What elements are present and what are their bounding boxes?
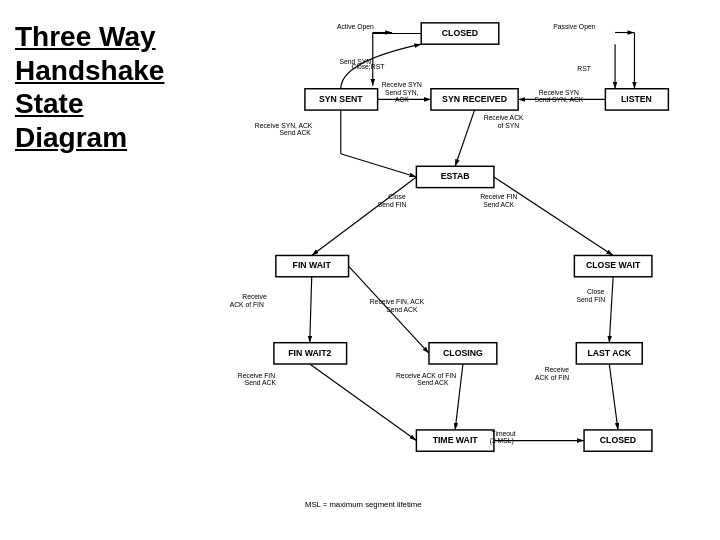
last-ack-to-closed — [609, 364, 618, 430]
diagram-title: Three Way Handshake State Diagram — [15, 20, 164, 154]
ack-of-fin-la-label: ACK of FIN — [535, 374, 569, 381]
receive-ack-fin-label: Receive — [242, 293, 267, 300]
receive-fin-ack-label: Receive FIN, ACK — [370, 298, 425, 305]
passive-open-label: Passive Open — [553, 23, 595, 31]
estab-label: ESTAB — [441, 171, 470, 181]
timeout-label: Timeout — [492, 430, 516, 437]
syn-received-label: SYN RECEIVED — [442, 94, 507, 104]
receive-ack-syn-label: Receive ACK — [484, 114, 524, 121]
send-ack-fw2-label: Send ACK — [245, 379, 277, 386]
title-line4: Diagram — [15, 122, 127, 153]
receive-syn-ack-label: Receive SYN, ACK — [255, 122, 313, 129]
send-ack-closing-label: Send ACK — [417, 379, 449, 386]
send-syn-ack-label-1: Send SYN, — [385, 89, 419, 96]
closing-label: CLOSING — [443, 348, 483, 358]
closed-top-label: CLOSED — [442, 28, 478, 38]
receive-ack-fin-la-label: Receive — [545, 366, 570, 373]
send-ack-syn-label: Send ACK — [280, 129, 312, 136]
rst-label: RST — [577, 65, 591, 72]
of-syn-label: of SYN — [498, 122, 520, 129]
fin-wait2-label: FIN WAIT2 — [288, 348, 331, 358]
estab-to-fin-wait — [312, 177, 417, 256]
closed-bottom-label: CLOSED — [600, 435, 636, 445]
title-line3: State — [15, 88, 83, 119]
close-wait-to-last-ack — [609, 277, 613, 343]
syn-sent-to-estab — [341, 154, 417, 177]
syn-received-to-estab — [455, 110, 474, 166]
receive-fin-send-ack-label: Receive FIN — [480, 193, 517, 200]
title-panel: Three Way Handshake State Diagram — [0, 0, 200, 540]
receive-fin-send-ack-fw2-label: Receive FIN — [238, 372, 275, 379]
close-wait-label: CLOSE WAIT — [586, 260, 641, 270]
receive-syn-listen-label: Receive SYN — [539, 89, 579, 96]
title-line2: Handshake — [15, 55, 164, 86]
active-open-label: Active Open — [337, 23, 374, 31]
send-fin-cw-label: Send FIN — [577, 296, 606, 303]
last-ack-label: LAST ACK — [587, 348, 631, 358]
fin-wait-label: FIN WAIT — [293, 260, 332, 270]
fin-wait-to-fin-wait2 — [310, 277, 312, 343]
estab-to-close-wait — [494, 177, 613, 256]
time-wait-label: TIME WAIT — [433, 435, 479, 445]
state-diagram: CLOSED Active Open Passive Open Send SYN… — [200, 0, 720, 540]
title-line1: Three Way — [15, 21, 156, 52]
close-send-fin-label: Close — [388, 193, 406, 200]
receive-fin-send-ack-label2: Send ACK — [483, 201, 515, 208]
receive-syn-label: Receive SYN — [382, 81, 422, 88]
syn-sent-label: SYN SENT — [319, 94, 363, 104]
receive-ack-fin-closing-label: Receive ACK of FIN — [396, 372, 456, 379]
closing-to-time-wait — [455, 364, 463, 430]
msl-note: MSL = maximum segment lifetime — [305, 500, 422, 509]
ack-of-fin-label: ACK of FIN — [230, 301, 264, 308]
two-msl-label: (2 MSL) — [490, 437, 514, 445]
close-send-fin-cw-label: Close — [587, 288, 605, 295]
listen-label: LISTEN — [621, 94, 652, 104]
